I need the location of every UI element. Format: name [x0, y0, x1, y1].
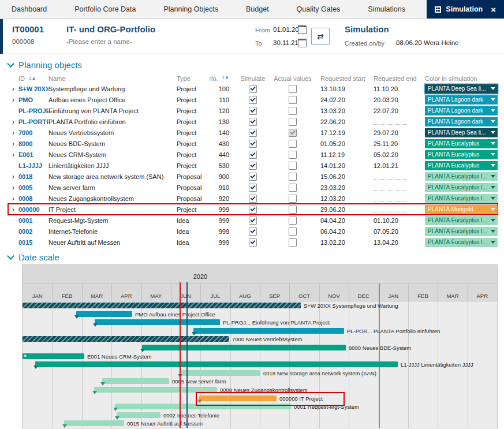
close-icon[interactable]: ×	[491, 5, 496, 14]
simulate-checkbox[interactable]	[249, 118, 257, 126]
cell-requested-end[interactable]	[365, 118, 419, 126]
nav-tab-quality-gates[interactable]: Quality Gates	[297, 0, 341, 18]
actual-values-checkbox[interactable]	[289, 195, 297, 203]
gantt-bar-0002[interactable]	[117, 412, 160, 418]
expand-chevron-icon[interactable]: ›	[8, 118, 18, 125]
expand-chevron-icon[interactable]: ›	[8, 151, 18, 158]
simulate-checkbox[interactable]	[249, 195, 257, 203]
color-dropdown[interactable]: PLANTA Deep Sea li...	[425, 128, 498, 137]
actual-values-checkbox[interactable]	[289, 206, 297, 214]
actual-values-checkbox[interactable]	[289, 85, 297, 93]
column-header-simulate[interactable]: Simulate	[233, 75, 273, 82]
color-dropdown[interactable]: PLANTA Lagoon dark	[425, 106, 498, 115]
calendar-icon[interactable]	[298, 39, 307, 47]
actual-values-checkbox[interactable]	[289, 140, 297, 148]
cell-requested-end[interactable]: 01.10.20	[365, 217, 419, 224]
actual-values-checkbox[interactable]	[289, 217, 297, 225]
column-header-type[interactable]: Type	[177, 75, 210, 82]
cell-requested-end[interactable]: 25.11.20	[365, 140, 419, 147]
gantt-bar-pl-por[interactable]	[193, 328, 344, 334]
column-header-requested-end[interactable]: Requested end	[365, 75, 419, 82]
cell-requested-end[interactable]	[365, 173, 419, 181]
expand-chevron-icon[interactable]: ›	[8, 140, 18, 147]
gantt-bar-8000[interactable]	[142, 345, 346, 350]
expand-chevron-icon[interactable]: ›	[8, 206, 18, 213]
cell-requested-start[interactable]: 15.06.20	[312, 173, 365, 180]
calendar-icon[interactable]	[298, 25, 307, 34]
nav-tab-planning-objects[interactable]: Planning Objects	[163, 0, 218, 18]
simulate-checkbox[interactable]	[249, 206, 257, 214]
actual-values-checkbox[interactable]	[289, 129, 297, 137]
cell-requested-start[interactable]: 17.12.19	[312, 129, 365, 136]
expand-chevron-icon[interactable]: ›	[8, 184, 18, 191]
color-dropdown[interactable]: PLANTA Eucalyptus	[425, 139, 498, 148]
table-row-7000[interactable]: ›7000Neues VertriebssystemProject14017.1…	[8, 127, 498, 138]
nav-tab-budget[interactable]: Budget	[246, 0, 269, 18]
actual-values-checkbox[interactable]	[289, 151, 297, 159]
cell-requested-end[interactable]	[365, 184, 419, 192]
table-row-l1-jjjj[interactable]: L1-JJJJLinientätigkeiten JJJJProject5301…	[8, 160, 498, 171]
gantt-bar-l1-jjjj[interactable]	[35, 361, 398, 367]
simulate-checkbox[interactable]	[249, 184, 257, 192]
actual-values-checkbox[interactable]	[289, 118, 297, 126]
cell-requested-end[interactable]: 07.05.20	[365, 228, 419, 235]
simulate-checkbox[interactable]	[249, 85, 257, 93]
cell-requested-end[interactable]: 22.07.20	[365, 107, 419, 114]
cell-requested-start[interactable]: 11.12.19	[312, 151, 365, 158]
gantt-bar-s-w[interactable]	[23, 303, 301, 308]
column-header-actual-values[interactable]: Actual values	[273, 75, 312, 82]
column-header-id[interactable]: ID2▲	[18, 75, 48, 82]
color-dropdown[interactable]: PLANTA Eucalyptus l...	[425, 216, 498, 225]
cell-requested-end[interactable]	[365, 195, 419, 203]
table-row-0001[interactable]: 0001Request-Mgt-SystemIdea99904.04.2001.…	[8, 215, 498, 226]
portfolio-name-placeholder[interactable]: -Please enter a name-	[66, 38, 132, 45]
color-dropdown[interactable]: PLANTA Eucalyptus l...	[425, 183, 498, 192]
simulate-checkbox[interactable]	[249, 140, 257, 148]
color-dropdown[interactable]: PLANTA Lagoon dark	[425, 95, 498, 105]
cell-requested-end[interactable]	[365, 206, 419, 214]
simulate-checkbox[interactable]	[249, 238, 257, 247]
color-dropdown[interactable]: PLANTA Lagoon dark	[425, 117, 498, 126]
table-row-000000[interactable]: ›000000IT ProjectProject99929.06.20PLANT…	[8, 204, 498, 215]
cell-requested-start[interactable]: 06.04.20	[312, 228, 365, 235]
cell-requested-start[interactable]: 13.10.19	[312, 85, 365, 92]
column-header-color-in-simulation[interactable]: Color in simulation	[419, 75, 498, 82]
color-dropdown[interactable]: PLANTA Eucalyptus l...	[425, 227, 498, 236]
expand-chevron-icon[interactable]: ›	[8, 129, 18, 136]
cell-requested-end[interactable]: 13.04.20	[365, 239, 419, 246]
cell-requested-start[interactable]: 04.04.20	[312, 217, 365, 224]
nav-tab-simulations[interactable]: Simulations	[368, 0, 405, 18]
table-row-0015[interactable]: 0015Neuer Auftritt auf MessenIdea99913.0…	[8, 237, 498, 248]
table-row-0018[interactable]: ›0018New storage area network system (SA…	[8, 171, 498, 182]
color-dropdown[interactable]: PLANTA Eucalyptus l...	[425, 172, 498, 181]
table-row-pl-project[interactable]: PL-PROJECTEinführung von PLANTA ProjectP…	[8, 105, 498, 116]
refresh-button[interactable]: ⇄	[311, 28, 330, 45]
actual-values-checkbox[interactable]	[289, 184, 297, 192]
table-row-0002[interactable]: 0002Internet-TelefonieIdea99906.04.2007.…	[8, 226, 498, 237]
cell-requested-end[interactable]: 12.01.21	[365, 162, 419, 169]
column-header-name[interactable]: Name	[48, 75, 177, 82]
table-row-0005[interactable]: ›0005New server farmProposal91023.03.20P…	[8, 182, 498, 193]
table-row-0008[interactable]: ›0008Neues ZugangskontrollsystemProposal…	[8, 193, 498, 204]
color-dropdown[interactable]: PLANTA Eucalyptus l...	[425, 238, 498, 247]
expand-chevron-icon[interactable]: ›	[8, 96, 18, 103]
tab-simulation-active[interactable]: Simulation ×	[427, 0, 504, 18]
color-dropdown[interactable]: PLANTA Deep Sea li...	[425, 84, 498, 94]
color-dropdown[interactable]: PLANTA Eucalyptus	[425, 161, 498, 170]
gantt-bar-pmo[interactable]	[76, 311, 132, 317]
gantt-bar-e001[interactable]: «	[23, 353, 84, 359]
gantt-bar-0018[interactable]	[180, 370, 260, 376]
simulate-checkbox[interactable]	[249, 217, 257, 225]
table-row-8000[interactable]: ›8000Neues BDE-SystemProject43001.05.202…	[8, 138, 498, 149]
column-header-prio[interactable]: Prio.1▲	[210, 75, 233, 82]
simulate-checkbox[interactable]	[249, 173, 257, 181]
cell-requested-start[interactable]: 22.06.20	[312, 118, 365, 125]
gantt-bar-0015[interactable]	[64, 420, 124, 426]
cell-requested-start[interactable]: 01.05.20	[312, 140, 365, 147]
color-dropdown[interactable]: PLANTA Eucalyptus l...	[425, 194, 498, 203]
table-row-e001[interactable]: ›E001Neues CRM-SystemProject44011.12.190…	[8, 149, 498, 160]
date-scale-section-header[interactable]: Date scale	[8, 252, 504, 262]
table-row-pl-portfo[interactable]: ›PL-PORTFO...PLANTA Portfolio einführenP…	[8, 116, 498, 127]
to-date-field[interactable]: 30.11.21	[273, 39, 298, 46]
cell-requested-start[interactable]: 13.02.20	[312, 239, 365, 246]
